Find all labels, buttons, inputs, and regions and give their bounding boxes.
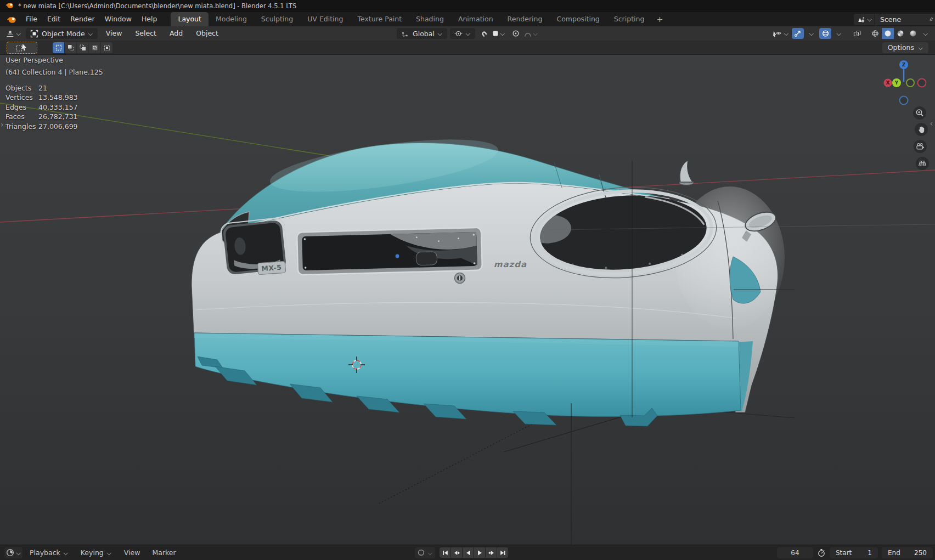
current-frame-field[interactable]: 64	[777, 547, 813, 558]
blender-logo-icon	[5, 2, 14, 10]
tab-scripting[interactable]: Scripting	[607, 12, 652, 26]
toggle-xray-button[interactable]	[851, 28, 863, 39]
options-button[interactable]: Options	[882, 42, 928, 53]
pivot-point-dropdown[interactable]	[450, 28, 475, 39]
chevron-down-icon	[809, 31, 814, 36]
tab-uv-editing[interactable]: UV Editing	[300, 12, 350, 26]
scene-name[interactable]: Scene	[875, 14, 927, 25]
chevron-down-icon	[427, 550, 432, 555]
tab-layout[interactable]: Layout	[171, 12, 209, 26]
overlays-sphere-icon	[821, 30, 830, 37]
auto-keyframe-group	[415, 547, 435, 558]
select-mode-set[interactable]	[53, 42, 64, 53]
overlays-dropdown[interactable]	[833, 28, 845, 39]
snap-with-dropdown[interactable]	[491, 28, 507, 39]
proportional-circle-icon	[512, 30, 520, 37]
shading-material-button[interactable]	[894, 28, 906, 39]
next-keyframe-button[interactable]	[486, 547, 497, 558]
tab-compositing[interactable]: Compositing	[549, 12, 606, 26]
editor-type-button[interactable]	[4, 28, 22, 39]
chevron-down-icon	[64, 550, 69, 555]
menu-edit[interactable]: Edit	[42, 12, 65, 26]
menu-window[interactable]: Window	[100, 12, 137, 26]
shading-wireframe-button[interactable]	[869, 28, 881, 39]
auto-key-record-icon[interactable]	[418, 549, 425, 556]
shading-dropdown[interactable]	[920, 28, 932, 39]
tab-texture-paint[interactable]: Texture Paint	[350, 12, 409, 26]
stopwatch-icon	[817, 548, 826, 557]
stat-value: 40,333,157	[38, 103, 78, 112]
tab-shading[interactable]: Shading	[409, 12, 451, 26]
zoom-button[interactable]	[913, 106, 926, 120]
select-mode-invert[interactable]	[89, 42, 100, 53]
timeline-menu-marker[interactable]: Marker	[147, 548, 181, 557]
blender-window: * new miata [C:\Users\Admind\Documents\b…	[0, 0, 935, 560]
active-tool-select-box[interactable]	[7, 42, 37, 54]
timeline-menu-playback[interactable]: Playback	[25, 548, 74, 557]
hand-icon	[917, 126, 926, 134]
magnifier-plus-icon	[915, 109, 924, 117]
tab-sculpting[interactable]: Sculpting	[254, 12, 300, 26]
gizmo-arrow-icon	[794, 30, 802, 37]
viewport-menu-add[interactable]: Add	[165, 26, 188, 41]
previous-keyframe-button[interactable]	[451, 547, 462, 558]
shading-solid-button[interactable]	[882, 28, 894, 39]
transform-orientation-dropdown[interactable]: Global	[397, 28, 447, 39]
timeline-menu-keying[interactable]: Keying	[76, 548, 117, 557]
frame-start-field[interactable]: Start 1	[830, 547, 878, 558]
sidebar-expand-arrow[interactable]: ‹	[930, 120, 933, 127]
camera-view-button[interactable]	[914, 140, 927, 153]
toggle-perspective-button[interactable]	[916, 157, 929, 170]
jump-to-end-button[interactable]	[497, 547, 508, 558]
start-label: Start	[836, 549, 852, 557]
navigation-axis-gizmo[interactable]: Z X Y	[876, 55, 933, 108]
jump-to-start-button[interactable]	[440, 547, 450, 558]
add-workspace-button[interactable]: +	[651, 12, 668, 26]
pan-button[interactable]	[915, 123, 928, 136]
chevron-down-icon	[867, 17, 872, 22]
use-preview-range-button[interactable]	[817, 548, 826, 557]
model-car[interactable]: MX-5 mazda mazda	[191, 129, 785, 426]
stat-label: Faces	[5, 112, 38, 122]
play-reverse-button[interactable]	[463, 547, 474, 558]
scene-statistics: Objects21 Vertices13,548,983 Edges40,333…	[5, 83, 103, 132]
gizmo-axis-z-neg	[900, 97, 908, 105]
viewport-menu-view[interactable]: View	[101, 26, 127, 41]
tab-animation[interactable]: Animation	[451, 12, 500, 26]
proportional-falloff-dropdown[interactable]	[522, 28, 540, 39]
end-label: End	[888, 549, 900, 557]
select-mode-intersect[interactable]	[101, 42, 112, 53]
timeline-menu-view[interactable]: View	[119, 548, 145, 557]
menu-help[interactable]: Help	[137, 12, 162, 26]
gizmo-dropdown[interactable]	[806, 28, 818, 39]
menu-render[interactable]: Render	[65, 12, 100, 26]
pin-scene-icon[interactable]	[927, 14, 935, 25]
viewport-menu-object[interactable]: Object	[191, 26, 223, 41]
show-gizmo-button[interactable]	[792, 28, 804, 39]
tool-settings-bar: Options	[0, 41, 935, 55]
show-overlays-button[interactable]	[819, 28, 831, 39]
scene-browse-button[interactable]	[854, 14, 875, 25]
menu-file[interactable]: File	[21, 12, 42, 26]
tab-rendering[interactable]: Rendering	[500, 12, 550, 26]
xray-icon	[853, 30, 861, 37]
mode-dropdown[interactable]: Object Mode	[26, 28, 98, 39]
viewport-3d[interactable]: MX-5 mazda mazda	[0, 55, 935, 545]
stat-value: 13,548,983	[38, 93, 78, 103]
viewport-menu-select[interactable]: Select	[130, 26, 161, 41]
keying-label: Keying	[81, 548, 104, 557]
proportional-editing-button[interactable]	[510, 28, 522, 39]
blender-menu-button[interactable]	[5, 15, 21, 24]
play-button[interactable]	[474, 547, 485, 558]
frame-end-field[interactable]: End 250	[882, 547, 933, 558]
select-mode-extend[interactable]	[65, 42, 76, 53]
object-visibility-dropdown[interactable]	[771, 28, 790, 39]
snap-toggle-button[interactable]	[478, 28, 490, 39]
playback-controls	[440, 547, 508, 558]
shading-rendered-button[interactable]	[907, 28, 919, 39]
grid-perspective-icon	[918, 160, 927, 167]
timeline-editor-type-button[interactable]	[4, 547, 22, 558]
select-mode-subtract[interactable]	[77, 42, 88, 53]
toolbar-expand-arrow[interactable]: ›	[1, 121, 4, 128]
tab-modeling[interactable]: Modeling	[209, 12, 254, 26]
